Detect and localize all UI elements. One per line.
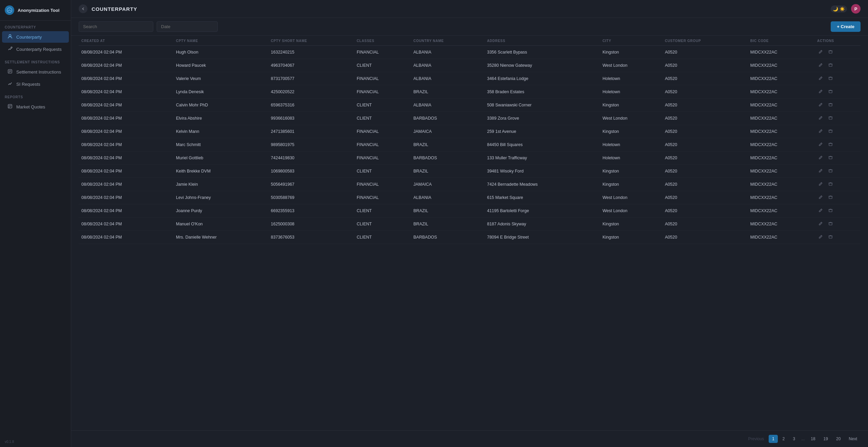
delete-button[interactable] [827, 75, 834, 82]
table-cell: FINANCIAL [354, 72, 411, 85]
table-cell: MIDCXX22AC [748, 151, 814, 165]
table-cell: 39481 Wisoky Ford [484, 165, 599, 178]
table-row: 08/08/2024 02:04 PMHoward Paucek49637040… [79, 59, 861, 72]
table-cell: ALBANIA [411, 59, 484, 72]
edit-button[interactable] [817, 102, 824, 108]
edit-button[interactable] [817, 49, 824, 56]
delete-button[interactable] [827, 88, 834, 95]
table-cell: MIDCXX22AC [748, 59, 814, 72]
table-cell: MIDCXX22AC [748, 112, 814, 125]
date-input[interactable] [157, 21, 218, 32]
table-cell: ALBANIA [411, 46, 484, 59]
table-cell: MIDCXX22AC [748, 218, 814, 231]
col-customer-group: CUSTOMER GROUP [662, 36, 748, 46]
pagination-page-20[interactable]: 20 [833, 435, 844, 443]
svg-rect-5 [829, 51, 832, 53]
table-cell: CLIENT [354, 218, 411, 231]
pagination-previous[interactable]: Previous [745, 435, 767, 443]
edit-button[interactable] [817, 75, 824, 82]
delete-button[interactable] [827, 141, 834, 148]
create-button[interactable]: + Create [831, 21, 861, 32]
table-actions-cell [814, 204, 861, 217]
delete-button[interactable] [827, 221, 834, 227]
table-actions-cell [814, 72, 861, 85]
table-cell: A0520 [662, 72, 748, 85]
svg-rect-9 [829, 104, 832, 106]
pagination-page-19[interactable]: 19 [820, 435, 831, 443]
table-row: 08/08/2024 02:04 PMMuriel Gottlieb742441… [79, 151, 861, 165]
edit-button[interactable] [817, 181, 824, 188]
theme-toggle[interactable]: 🌙 ☀️ [831, 5, 847, 13]
delete-button[interactable] [827, 102, 834, 108]
delete-button[interactable] [827, 62, 834, 69]
table-cell: FINANCIAL [354, 151, 411, 165]
edit-button[interactable] [817, 141, 824, 148]
table-cell: 2471385601 [268, 125, 354, 138]
sidebar-item-si-requests[interactable]: SI Requests [2, 78, 69, 90]
svg-rect-17 [829, 209, 832, 212]
table-cell: ALBANIA [411, 191, 484, 204]
table-cell: 41195 Bartoletti Forge [484, 204, 599, 218]
edit-button[interactable] [817, 234, 824, 241]
edit-button[interactable] [817, 155, 824, 161]
edit-button[interactable] [817, 62, 824, 69]
table-cell: A0520 [662, 178, 748, 191]
table-cell: MIDCXX22AC [748, 85, 814, 99]
table-cell: CLIENT [354, 59, 411, 72]
table-cell: Holetown [600, 72, 662, 85]
sidebar-item-settlement-instructions[interactable]: Settlement Instructions [2, 66, 69, 78]
table-cell: A0520 [662, 125, 748, 138]
table-row: 08/08/2024 02:04 PMKeith Brekke DVM10698… [79, 165, 861, 178]
table-row: 08/08/2024 02:04 PMLevi Johns-Franey5030… [79, 191, 861, 204]
page-title: COUNTERPARTY [92, 6, 137, 12]
delete-button[interactable] [827, 49, 834, 56]
table-cell: BRAZIL [411, 85, 484, 99]
delete-button[interactable] [827, 115, 834, 122]
delete-button[interactable] [827, 207, 834, 214]
pagination-next[interactable]: Next [845, 435, 861, 443]
delete-button[interactable] [827, 194, 834, 201]
table-actions-cell [814, 59, 861, 72]
pagination-page-18[interactable]: 18 [807, 435, 818, 443]
edit-button[interactable] [817, 88, 824, 95]
edit-button[interactable] [817, 207, 824, 214]
back-button[interactable] [79, 4, 87, 13]
table-cell: MIDCXX22AC [748, 99, 814, 112]
table-cell: A0520 [662, 204, 748, 218]
sun-icon: ☀️ [840, 6, 845, 12]
table-cell: 35280 Nienow Gateway [484, 59, 599, 72]
search-input[interactable] [79, 21, 153, 32]
col-address: ADDRESS [484, 36, 599, 46]
delete-button[interactable] [827, 168, 834, 175]
table-cell: ALBANIA [411, 72, 484, 85]
pagination-page-3[interactable]: 3 [790, 435, 799, 443]
sidebar-item-counterparty-requests[interactable]: Counterparty Requests [2, 43, 69, 55]
edit-button[interactable] [817, 221, 824, 227]
table-cell: 7424 Bernadette Meadows [484, 178, 599, 191]
delete-button[interactable] [827, 128, 834, 135]
table-cell: MIDCXX22AC [748, 204, 814, 218]
sidebar-item-counterparty[interactable]: Counterparty [2, 31, 69, 43]
edit-button[interactable] [817, 194, 824, 201]
edit-button[interactable] [817, 115, 824, 122]
edit-button[interactable] [817, 128, 824, 135]
table-cell: 08/08/2024 02:04 PM [79, 59, 173, 72]
table-cell: 08/08/2024 02:04 PM [79, 85, 173, 99]
sidebar-item-market-quotes[interactable]: Market Quotes [2, 101, 69, 113]
table-cell: Keith Brekke DVM [173, 165, 268, 178]
table-cell: A0520 [662, 99, 748, 112]
table-row: 08/08/2024 02:04 PMJoanne Purdy669235591… [79, 204, 861, 218]
delete-button[interactable] [827, 155, 834, 161]
table-cell: Howard Paucek [173, 59, 268, 72]
user-avatar[interactable]: P [851, 4, 861, 14]
pagination-page-2[interactable]: 2 [779, 435, 788, 443]
svg-rect-7 [829, 77, 832, 80]
table-cell: 08/08/2024 02:04 PM [79, 165, 173, 178]
delete-button[interactable] [827, 181, 834, 188]
edit-button[interactable] [817, 168, 824, 175]
table-cell: 08/08/2024 02:04 PM [79, 178, 173, 191]
table-row: 08/08/2024 02:04 PMLynda Denesik42500205… [79, 85, 861, 99]
pagination-page-1[interactable]: 1 [769, 435, 778, 443]
delete-button[interactable] [827, 234, 834, 241]
counterparty-table: CREATED AT CPTY NAME CPTY SHORT NAME CLA… [79, 36, 861, 244]
